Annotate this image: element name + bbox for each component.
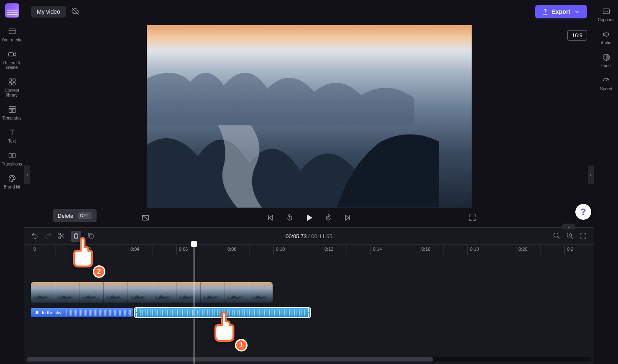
svg-rect-2 [9,79,11,81]
ruler-tick [419,245,419,255]
project-title-input[interactable]: My video [31,6,66,18]
help-button[interactable]: ? [575,204,591,220]
library-icon [8,77,17,87]
preview-area: 16:9 5 5 [24,23,594,227]
forward-5-button[interactable]: 5 [324,214,332,223]
redo-button[interactable] [44,232,52,241]
speaker-icon [602,30,611,39]
top-bar: My video Export [24,0,594,23]
preview-controls: 5 5 [24,209,594,227]
svg-point-11 [10,178,11,178]
preview-river [147,125,366,208]
playhead[interactable] [194,244,194,364]
clip-trim-right[interactable] [306,308,310,317]
audio-clip-2-selected[interactable] [135,308,310,317]
audio-clip-label: In the sky [42,310,61,315]
svg-rect-4 [9,83,11,85]
sidebar-your-media[interactable]: Your media [0,23,24,46]
sidebar-label: Brand kit [4,185,20,189]
expand-right-panel[interactable]: ‹ [588,165,594,184]
sidebar-captions[interactable]: Captions [594,3,618,26]
video-clip[interactable] [31,282,273,303]
transitions-icon [8,151,17,160]
skip-start-button[interactable] [266,214,275,223]
sidebar-text[interactable]: Text [0,125,24,148]
ruler-tick [128,245,128,255]
palette-icon [8,174,17,183]
expand-left-panel[interactable]: › [24,165,30,184]
sidebar-label: Fade [601,64,611,68]
svg-rect-7 [9,109,12,112]
cloud-sync-off-icon[interactable] [71,7,79,17]
sidebar-label: Transitions [2,162,22,166]
split-button[interactable] [58,232,65,241]
preview-canvas[interactable]: 16:9 [24,23,594,209]
captions-icon [602,7,611,16]
svg-rect-3 [13,79,15,81]
audio-clip-1[interactable]: In the sky [31,308,133,317]
timeline-toolbar: 00:05.73 / 00:11.65 [24,228,594,244]
safe-zone-toggle[interactable] [141,214,150,223]
svg-rect-5 [13,83,15,85]
zoom-in-button[interactable] [566,232,574,241]
sidebar-audio[interactable]: Audio [594,26,618,49]
chevron-down-icon [574,8,580,15]
delete-tooltip: Delete DEL [53,209,97,222]
duplicate-button[interactable] [87,232,94,241]
ruler-tick [176,245,177,255]
svg-point-25 [38,313,38,314]
timeline-scrollbar[interactable] [27,357,591,361]
sidebar-fade[interactable]: Fade [594,49,618,72]
svg-rect-21 [89,234,93,238]
svg-text:5: 5 [289,217,290,219]
rewind-5-button[interactable]: 5 [286,214,294,223]
clip-trim-left[interactable] [135,308,139,317]
timeline-ruler[interactable] [24,244,594,255]
fade-icon [602,53,611,62]
sidebar-record-create[interactable]: Record & create [0,46,24,74]
tooltip-text: Delete [58,213,74,219]
camera-icon [8,50,17,59]
text-icon [8,128,17,137]
play-button[interactable] [305,214,313,223]
svg-point-13 [13,178,14,178]
scrollbar-thumb[interactable] [27,357,433,361]
upload-icon [542,8,549,15]
export-button[interactable]: Export [535,5,587,18]
ruler-tick [225,245,225,255]
waveform [139,310,306,316]
sidebar-brand-kit[interactable]: Brand kit [0,171,24,193]
delete-button[interactable] [71,231,81,242]
svg-rect-0 [9,29,15,34]
svg-rect-6 [9,107,15,109]
svg-point-12 [12,176,13,177]
sidebar-content-library[interactable]: Content library [0,74,24,102]
svg-rect-9 [9,154,12,157]
zoom-fit-button[interactable] [580,232,587,241]
zoom-out-button[interactable] [553,232,560,241]
sidebar-templates[interactable]: Templates [0,102,24,125]
sidebar-label: Content library [5,88,19,97]
undo-button[interactable] [31,232,38,241]
aspect-ratio-button[interactable]: 16:9 [567,30,587,41]
ruler-tick [370,245,371,255]
current-time: 00:05.73 [286,233,307,239]
sidebar-label: Captions [598,18,614,22]
ruler-tick [516,245,516,255]
svg-text:5: 5 [327,217,329,219]
svg-rect-10 [12,154,15,157]
ruler-tick [322,245,322,255]
fullscreen-button[interactable] [468,214,477,223]
sidebar-label: Speed [600,87,612,91]
timeline-tracks[interactable]: In the sky [24,255,594,364]
sidebar-speed[interactable]: Speed [594,72,618,95]
app-logo[interactable] [5,3,19,18]
svg-rect-14 [603,9,609,14]
ruler-tick [467,245,468,255]
tooltip-kbd: DEL [78,212,92,219]
gauge-icon [602,76,611,85]
skip-end-button[interactable] [343,214,352,223]
sidebar-transitions[interactable]: Transitions [0,148,24,171]
timecode: 00:05.73 / 00:11.65 [286,233,332,239]
svg-rect-8 [12,109,15,112]
